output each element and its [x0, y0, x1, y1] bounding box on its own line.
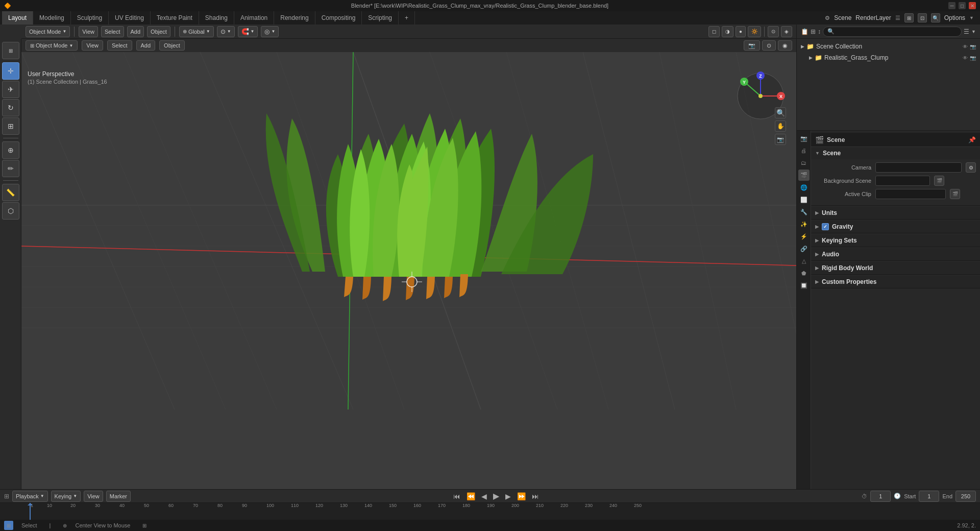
bg-scene-icon[interactable]: 🎬 — [934, 176, 944, 186]
audio-section-header[interactable]: ▶ Audio — [811, 248, 980, 260]
jump-end-btn[interactable]: ⏭ — [530, 491, 541, 501]
render-layer-selector[interactable]: RenderLayer — [855, 14, 891, 21]
move-tool[interactable]: ✈ — [2, 81, 19, 98]
active-clip-value[interactable] — [875, 189, 946, 199]
prop-tab-output[interactable]: 🖨 — [798, 145, 810, 156]
viewport-shading-wire[interactable]: ◻ — [708, 26, 720, 37]
gravity-checkbox[interactable]: ✓ — [822, 223, 829, 230]
measure-tool[interactable]: 📏 — [2, 184, 19, 201]
prev-frame-btn[interactable]: ◀ — [479, 491, 489, 501]
next-keyframe-btn[interactable]: ⏩ — [515, 491, 528, 501]
prop-tab-render[interactable]: 📷 — [798, 133, 810, 144]
play-btn[interactable]: ▶ — [491, 490, 501, 502]
timeline-view-menu[interactable]: View — [84, 491, 103, 502]
timeline-playhead[interactable] — [30, 503, 31, 520]
scene-selector[interactable]: Scene — [834, 14, 851, 21]
marker-menu[interactable]: Marker — [106, 491, 131, 502]
end-frame-input[interactable]: 250 — [955, 491, 976, 502]
viewport-camera-icon[interactable]: 📷 — [744, 40, 760, 51]
overlay-toggle[interactable]: ⊙ — [768, 26, 779, 37]
navigation-gizmo[interactable]: X Y Z 🔍 ✋ 📷 — [735, 70, 786, 122]
sort-icon[interactable]: ↕ — [818, 28, 821, 35]
jump-start-btn[interactable]: ⏮ — [451, 491, 462, 501]
viewport-shading-solid[interactable]: ◑ — [722, 26, 733, 37]
viewport-shading-material[interactable]: ● — [736, 26, 746, 37]
select-menu[interactable]: Select — [101, 26, 124, 37]
prop-tab-material[interactable]: ⬟ — [798, 268, 810, 279]
viewport-view-btn[interactable]: View — [82, 40, 103, 51]
search-icon-top[interactable]: 🔍 — [931, 13, 940, 22]
viewport-overlay-icon[interactable]: ⊙ — [762, 40, 776, 51]
tab-compositing[interactable]: Compositing — [315, 11, 362, 25]
viewport-shading-render[interactable]: 🔆 — [748, 26, 761, 37]
search-input-outliner[interactable]: 🔍 — [823, 27, 962, 37]
zoom-in-btn[interactable]: 🔍 — [775, 107, 786, 118]
tab-add[interactable]: + — [399, 11, 415, 25]
tab-uv-editing[interactable]: UV Editing — [109, 11, 151, 25]
camera-settings-btn[interactable]: ⚙ — [966, 162, 976, 173]
camera-value[interactable] — [875, 162, 962, 173]
camera-perspective-btn[interactable]: 📷 — [775, 134, 786, 145]
prop-tab-physics[interactable]: ⚡ — [798, 231, 810, 242]
add-menu[interactable]: Add — [127, 26, 144, 37]
prop-tab-data[interactable]: △ — [798, 255, 810, 267]
grass-render-icon[interactable]: 📷 — [970, 55, 976, 61]
add-cube-tool[interactable]: ⬡ — [2, 202, 19, 220]
prop-tab-texture[interactable]: 🔲 — [798, 280, 810, 291]
transform-global[interactable]: ⊕ Global ▼ — [179, 26, 214, 37]
tab-animation[interactable]: Animation — [234, 11, 274, 25]
annotate-tool[interactable]: ✏ — [2, 160, 19, 177]
prop-tab-object[interactable]: ⬜ — [798, 194, 810, 205]
icon-small-2[interactable]: ⊡ — [918, 13, 927, 22]
render-icon[interactable]: 📷 — [970, 44, 976, 50]
rotate-tool[interactable]: ↻ — [2, 99, 19, 116]
viewport-canvas[interactable]: User Perspective (1) Scene Collection | … — [21, 52, 796, 500]
viewport-select-btn[interactable]: Select — [107, 40, 132, 51]
tab-scripting[interactable]: Scripting — [362, 11, 399, 25]
transform-tool[interactable]: ⊕ — [2, 141, 19, 159]
grass-visibility-icon[interactable]: 👁 — [963, 55, 968, 61]
icon-small-1[interactable]: ⊞ — [904, 13, 914, 22]
prop-tab-view-layer[interactable]: 🗂 — [798, 157, 810, 168]
units-section-header[interactable]: ▶ Units — [811, 207, 980, 219]
rigid-body-section-header[interactable]: ▶ Rigid Body World — [811, 262, 980, 274]
filter-icon[interactable]: ⊞ — [811, 28, 816, 35]
viewport-mode-btn[interactable]: ⊞ Object Mode ▼ — [26, 40, 78, 51]
tab-sculpting[interactable]: Sculpting — [71, 11, 109, 25]
expand-outliner-icon[interactable]: ▼ — [971, 29, 976, 34]
tab-modeling[interactable]: Modeling — [33, 11, 71, 25]
select-tool[interactable]: ✛ — [2, 62, 19, 80]
keying-menu[interactable]: Keying ▼ — [51, 491, 81, 502]
snapping-toggle[interactable]: 🧲 ▼ — [238, 26, 258, 37]
playback-menu[interactable]: Playback ▼ — [12, 491, 48, 502]
tab-layout[interactable]: Layout — [2, 11, 33, 25]
view-menu[interactable]: View — [79, 26, 98, 37]
current-frame-input[interactable]: 1 — [870, 491, 891, 502]
visibility-icon[interactable]: 👁 — [963, 44, 968, 50]
keying-sets-section-header[interactable]: ▶ Keying Sets — [811, 234, 980, 247]
tab-rendering[interactable]: Rendering — [274, 11, 315, 25]
prev-keyframe-btn[interactable]: ⏪ — [464, 491, 477, 501]
pin-icon[interactable]: 📌 — [968, 136, 976, 143]
scene-section-header[interactable]: ▼ Scene — [811, 147, 980, 159]
active-clip-icon[interactable]: 🎬 — [950, 189, 960, 199]
object-mode-selector[interactable]: Object Mode ▼ — [26, 26, 70, 37]
next-frame-btn[interactable]: ▶ — [503, 491, 513, 501]
options-icon[interactable]: ☰ — [964, 28, 969, 35]
maximize-button[interactable]: □ — [959, 2, 966, 9]
toolbar-toggle[interactable]: ⊞ — [2, 42, 19, 59]
custom-props-section-header[interactable]: ▶ Custom Properties — [811, 276, 980, 288]
gravity-section-header[interactable]: ▶ ✓ Gravity — [811, 221, 980, 233]
close-button[interactable]: ✕ — [969, 2, 976, 9]
viewport-object-btn[interactable]: Object — [159, 40, 185, 51]
start-frame-input[interactable]: 1 — [919, 491, 939, 502]
prop-tab-world[interactable]: 🌐 — [798, 182, 810, 193]
viewport-gizmo-icon[interactable]: ◉ — [778, 40, 792, 51]
bg-scene-value[interactable] — [875, 176, 930, 186]
pan-btn[interactable]: ✋ — [775, 120, 786, 132]
options-button[interactable]: Options — [944, 14, 965, 21]
xray-toggle[interactable]: ◈ — [781, 26, 792, 37]
viewport-add-btn[interactable]: Add — [136, 40, 156, 51]
timeline-track[interactable]: 1 10 20 30 40 50 60 70 80 90 100 110 120… — [0, 503, 980, 520]
minimize-button[interactable]: ─ — [948, 2, 955, 9]
